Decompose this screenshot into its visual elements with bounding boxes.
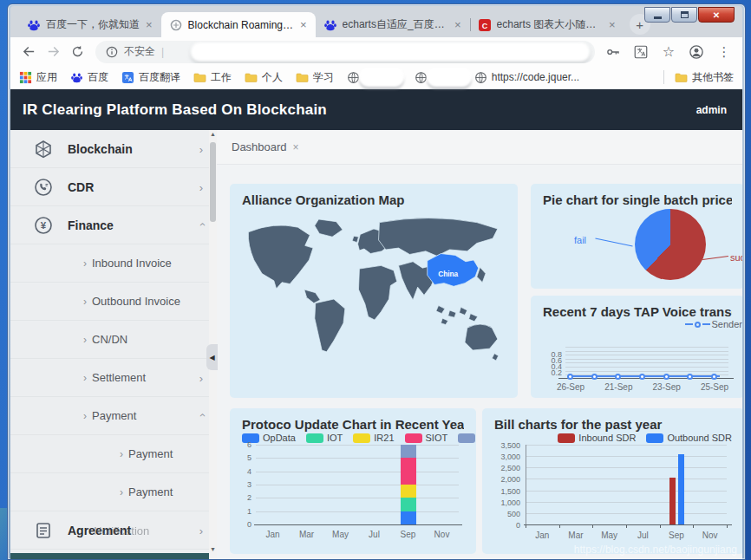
- tab-close-icon[interactable]: ×: [145, 19, 153, 30]
- other-bookmarks-button[interactable]: 其他书签: [675, 70, 734, 85]
- bar-inbound-sdr[interactable]: [669, 478, 676, 524]
- scrollbar-up-arrow[interactable]: ▲: [209, 131, 217, 137]
- stacked-bar-segment-iot[interactable]: [401, 498, 416, 511]
- sidebar-item-inbound-invoice[interactable]: ›Inbound Invoice: [10, 244, 217, 283]
- sidebar-item-label: Finance: [68, 218, 114, 232]
- bookmark-1[interactable]: 百度: [70, 70, 108, 85]
- bar-outbound-sdr[interactable]: [678, 454, 684, 524]
- sidebar-item-cutoff[interactable]: [10, 553, 210, 559]
- blockchain-icon: [33, 139, 54, 160]
- tap-plot-area: 0.80.60.40.226-Sep21-Sep23-Sep25-Sep: [543, 321, 732, 394]
- grid-line: [256, 472, 459, 472]
- data-point-marker[interactable]: [639, 374, 645, 380]
- sidebar-collapse-handle[interactable]: ◀: [206, 344, 218, 370]
- x-axis-tickmark: [693, 524, 694, 528]
- y-axis-tick: 2: [242, 493, 251, 502]
- address-bar[interactable]: 不安全 |: [95, 41, 595, 63]
- tab-close-icon[interactable]: ×: [293, 141, 299, 153]
- sidebar-item-payment[interactable]: ›Payment›: [10, 397, 217, 435]
- chevron-right-icon: ›: [199, 180, 203, 193]
- user-label[interactable]: admin: [696, 104, 727, 116]
- window-controls: ✕: [643, 7, 735, 23]
- back-button[interactable]: [17, 41, 40, 63]
- legend-swatch: [306, 433, 323, 443]
- legend-item-outbound-sdr[interactable]: Outbound SDR: [646, 433, 732, 443]
- chrome-menu-button[interactable]: ⋮: [713, 41, 735, 63]
- scrollbar-thumb[interactable]: [210, 142, 216, 222]
- legend-item-inbound-sdr[interactable]: Inbound SDR: [558, 433, 636, 443]
- scrollbar-down-arrow[interactable]: ▼: [209, 546, 217, 552]
- tab-close-icon[interactable]: ×: [608, 19, 617, 30]
- legend-item-iot[interactable]: IOT: [306, 433, 343, 443]
- browser-tab-1[interactable]: Blockchain Roaming Sys×: [161, 12, 316, 37]
- tab-dashboard[interactable]: Dashboard: [232, 140, 287, 153]
- bookmark-5[interactable]: 学习: [296, 70, 334, 85]
- tab-close-icon[interactable]: ×: [454, 19, 462, 30]
- legend-item-aa14[interactable]: AA14: [458, 433, 476, 443]
- tab-title: 百度一下，你就知道: [46, 17, 140, 32]
- stacked-bar-segment-opdata[interactable]: [401, 511, 416, 524]
- close-button[interactable]: ✕: [698, 7, 735, 23]
- stacked-bar-segment-ir21[interactable]: [401, 485, 416, 498]
- bookmark-6[interactable]: n Inter...: [347, 71, 402, 84]
- browser-tab-3[interactable]: Cecharts 图表大小随窗口变×: [470, 12, 624, 37]
- x-axis-label: Nov: [693, 531, 727, 540]
- chevron-right-icon: ›: [199, 524, 203, 537]
- sidebar-item-payment[interactable]: ›Payment: [10, 435, 217, 473]
- browser-tab-0[interactable]: 百度一下，你就知道×: [19, 12, 161, 37]
- pie-graphic[interactable]: [635, 209, 706, 280]
- legend-item-siot[interactable]: SIOT: [405, 433, 448, 443]
- data-point-marker[interactable]: [591, 374, 598, 380]
- bookmark-star-button[interactable]: ☆: [657, 41, 680, 63]
- translate-button[interactable]: [630, 41, 652, 63]
- grid-line: [565, 351, 728, 352]
- sidebar-item-blockchain[interactable]: Blockchain›: [10, 130, 217, 168]
- apps-icon: [19, 71, 32, 84]
- grid-line: [256, 511, 459, 512]
- data-point-marker[interactable]: [687, 374, 693, 380]
- folder-icon: [245, 71, 258, 84]
- legend-item-ir21[interactable]: IR21: [353, 433, 394, 443]
- sidebar-item-payment[interactable]: ›Payment: [10, 473, 217, 511]
- maximize-icon: [681, 11, 689, 18]
- sidebar-item-finance[interactable]: ¥Finance›: [10, 206, 217, 244]
- data-point-marker[interactable]: [567, 374, 573, 380]
- bookmark-7[interactable]: Inter...: [415, 71, 460, 84]
- globe-icon: [347, 71, 360, 84]
- sidebar-item-settlement[interactable]: ›Settlement›: [10, 359, 217, 397]
- data-point-marker[interactable]: [615, 374, 621, 380]
- maximize-button[interactable]: [671, 7, 697, 23]
- bookmark-8[interactable]: https://code.jquer...: [474, 71, 579, 84]
- protoco-legend: OpDataIOTIR21SIOTAA14: [242, 433, 464, 443]
- stacked-bar-segment-siot[interactable]: [401, 458, 416, 485]
- stacked-bar-segment-aa14[interactable]: [401, 445, 416, 458]
- sidebar-item-outbound-invoice[interactable]: ›Outbound Invoice: [10, 283, 217, 321]
- x-axis-label: Sep: [391, 530, 425, 539]
- map-china-label: China: [438, 270, 458, 278]
- y-axis-tick: 5: [242, 453, 251, 462]
- sidebar-item-cdr[interactable]: CDR›: [10, 168, 217, 206]
- bookmark-3[interactable]: 工作: [193, 70, 232, 85]
- password-key-button[interactable]: [602, 41, 624, 63]
- bookmarks-bar: 应用百度百度翻译工作个人学习n Inter...Inter...https://…: [10, 66, 742, 89]
- y-axis-tick: 3: [242, 480, 251, 489]
- grid-line: [565, 371, 728, 372]
- data-point-marker[interactable]: [711, 374, 717, 380]
- data-point-marker[interactable]: [663, 374, 669, 380]
- bookmark-4[interactable]: 个人: [245, 70, 283, 85]
- tab-title: echarts 图表大小随窗口变: [497, 17, 603, 32]
- bookmark-2[interactable]: 百度翻译: [121, 70, 180, 85]
- profile-button[interactable]: [685, 41, 708, 63]
- svg-text:C: C: [481, 21, 487, 29]
- sidebar-item-agreement[interactable]: AgreementNotification›: [10, 511, 217, 550]
- sidebar-item-cn-dn[interactable]: ›CN/DN: [10, 321, 217, 359]
- reload-button[interactable]: [66, 41, 88, 63]
- tab-close-icon[interactable]: ×: [299, 19, 308, 30]
- browser-tab-2[interactable]: echarts自适应_百度搜索×: [316, 12, 470, 37]
- minimize-button[interactable]: [644, 7, 670, 23]
- x-axis-tickmark: [592, 524, 593, 528]
- forward-button[interactable]: [42, 41, 64, 63]
- grid-line: [565, 359, 728, 360]
- legend-label: IOT: [327, 433, 343, 443]
- bookmark-0[interactable]: 应用: [19, 70, 57, 85]
